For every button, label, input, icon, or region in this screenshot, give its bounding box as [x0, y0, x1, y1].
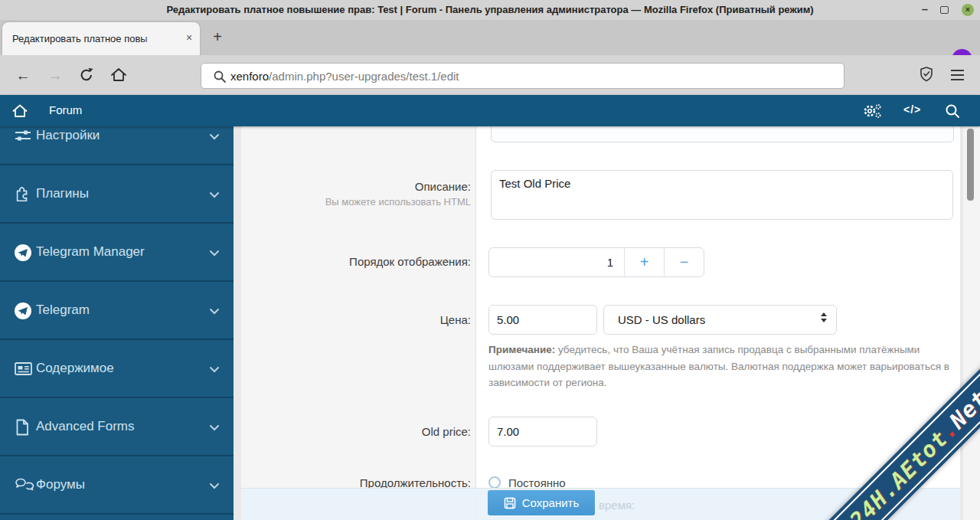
- chevron-down-icon: [209, 191, 220, 198]
- forum-brand-link[interactable]: Forum: [49, 103, 82, 116]
- save-button[interactable]: Сохранить: [488, 490, 595, 515]
- browser-toolbar: ← → xenforo/admin.php?user-upgrades/test…: [0, 55, 980, 95]
- home-icon[interactable]: [109, 65, 130, 85]
- title-input-partial[interactable]: [491, 126, 954, 142]
- shield-icon[interactable]: [917, 64, 936, 84]
- telegram-icon: [14, 302, 32, 320]
- navbar-search-icon[interactable]: [944, 103, 961, 119]
- puzzle-icon: [14, 185, 32, 204]
- scrollbar-thumb[interactable]: [967, 129, 974, 201]
- display-order-input[interactable]: [489, 248, 624, 276]
- settings-gears-icon[interactable]: [863, 103, 883, 119]
- chevron-down-icon: [209, 308, 220, 315]
- duration-permanent-radio[interactable]: [488, 476, 501, 489]
- chevron-down-icon: [209, 424, 220, 431]
- display-order-stepper: + −: [488, 247, 704, 277]
- chevron-down-icon: [209, 366, 220, 373]
- sliders-icon: [14, 127, 32, 144]
- window-title: Редактировать платное повышение прав: Te…: [0, 0, 980, 20]
- currency-select[interactable]: USD - US dollars: [603, 305, 837, 335]
- url-bar[interactable]: xenforo/admin.php?user-upgrades/test.1/e…: [201, 63, 844, 89]
- edit-upgrade-form: Описание: Вы можете использовать HTML Te…: [241, 126, 960, 520]
- new-tab-button[interactable]: +: [208, 28, 227, 47]
- forward-button[interactable]: →: [44, 66, 66, 86]
- tab-title-fade: [141, 31, 179, 45]
- description-hint: Вы можете использовать HTML: [241, 196, 471, 208]
- sidebar-item-advanced-forms[interactable]: Advanced Forms: [0, 397, 234, 455]
- description-label: Описание:: [241, 180, 471, 193]
- newspaper-icon: [14, 360, 34, 377]
- file-icon: [14, 418, 31, 437]
- duration-partial-text: время:: [599, 499, 635, 512]
- search-icon: [212, 69, 227, 84]
- display-order-label: Порядок отображения:: [241, 255, 471, 268]
- save-button-label: Сохранить: [522, 496, 580, 509]
- sidebar-item-content[interactable]: Содержимое: [0, 338, 234, 397]
- sidebar-item-telegram-manager[interactable]: Telegram Manager: [0, 222, 234, 280]
- select-arrows-icon: [821, 312, 827, 322]
- price-label: Цена:: [241, 313, 471, 326]
- comments-icon: [14, 476, 35, 493]
- chevron-down-icon: [209, 482, 220, 489]
- window-titlebar: Редактировать платное повышение прав: Te…: [0, 0, 980, 20]
- decrement-button[interactable]: −: [664, 248, 704, 276]
- chevron-down-icon: [209, 133, 220, 140]
- url-text: xenforo/admin.php?user-upgrades/test.1/e…: [230, 70, 459, 83]
- sidebar-item-forums[interactable]: Форумы: [0, 455, 234, 513]
- minimize-button[interactable]: –: [917, 0, 933, 20]
- sidebar-item-partial[interactable]: [0, 513, 234, 520]
- admin-sidebar: Настройки Плагины Telegram Manager Teleg…: [0, 95, 234, 520]
- tab-close-icon[interactable]: ×: [181, 31, 197, 46]
- price-input[interactable]: [488, 305, 597, 335]
- currency-selected-value: USD - US dollars: [618, 313, 705, 326]
- code-icon[interactable]: </>: [903, 103, 921, 116]
- tab-bar: Редактировать платное повы × +: [0, 20, 980, 55]
- sidebar-item-plugins[interactable]: Плагины: [0, 164, 234, 222]
- browser-tab[interactable]: Редактировать платное повы ×: [2, 22, 200, 55]
- url-host: xenforo: [230, 70, 269, 83]
- save-icon: [504, 497, 516, 509]
- url-path: /admin.php?user-upgrades/test.1/edit: [269, 70, 459, 83]
- old-price-input[interactable]: [488, 417, 597, 446]
- old-price-label: Old price:: [241, 425, 471, 438]
- description-textarea[interactable]: Test Old Price: [491, 170, 953, 220]
- hamburger-menu-icon[interactable]: [951, 67, 968, 82]
- admin-navbar: Forum </>: [0, 95, 980, 126]
- increment-button[interactable]: +: [624, 248, 664, 276]
- back-button[interactable]: ←: [12, 66, 34, 86]
- close-button[interactable]: ×: [962, 4, 974, 16]
- price-note: Примечание: убедитесь, что Ваша учётная …: [488, 342, 957, 391]
- telegram-icon: [14, 244, 32, 262]
- chevron-down-icon: [209, 250, 220, 257]
- tab-title: Редактировать платное повы: [12, 33, 148, 44]
- sidebar-item-telegram[interactable]: Telegram: [0, 280, 234, 338]
- reload-icon[interactable]: [77, 65, 98, 85]
- admin-home-icon[interactable]: [11, 102, 29, 120]
- maximize-button[interactable]: [940, 6, 949, 14]
